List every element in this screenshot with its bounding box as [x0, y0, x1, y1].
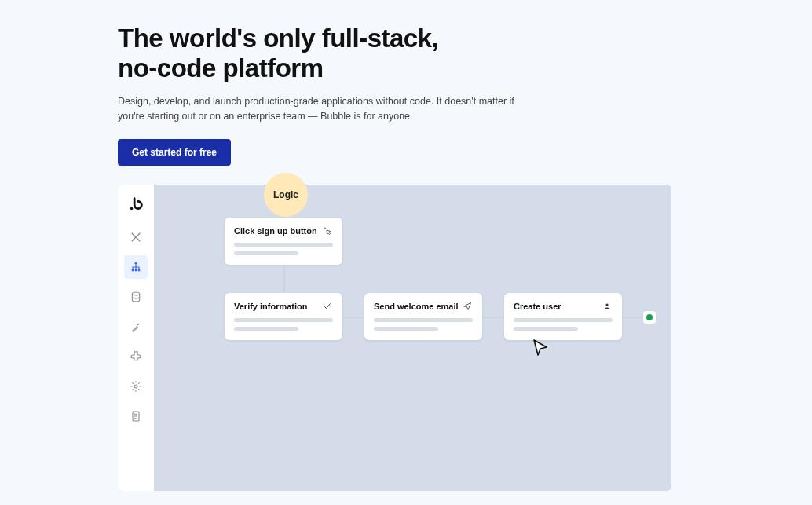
data-icon[interactable] — [124, 285, 148, 309]
svg-point-6 — [134, 385, 137, 388]
node-label: Verify information — [234, 302, 308, 311]
node-label: Create user — [514, 302, 561, 311]
editor-sidebar — [118, 185, 154, 491]
pointer-cursor-icon — [531, 338, 550, 357]
editor-canvas: Logic Click sign up button Verify inform… — [154, 185, 671, 491]
design-icon[interactable] — [124, 225, 148, 249]
check-icon — [322, 301, 333, 312]
headline-line-2: no-code platform — [118, 53, 324, 82]
node-label: Send welcome email — [374, 302, 459, 311]
subheadline: Design, develop, and launch production-g… — [118, 94, 526, 125]
workflow-node[interactable]: Verify information — [225, 293, 342, 340]
connector — [622, 317, 642, 318]
workflow-node[interactable]: Click sign up button — [225, 218, 342, 265]
end-node[interactable] — [642, 310, 657, 324]
workflow-node[interactable]: Create user — [504, 293, 622, 340]
send-icon — [462, 301, 473, 312]
svg-point-0 — [130, 207, 134, 210]
user-icon — [602, 301, 613, 312]
svg-point-4 — [138, 269, 141, 271]
svg-point-3 — [135, 269, 137, 271]
workflow-icon[interactable] — [124, 255, 148, 279]
node-label: Click sign up button — [234, 226, 317, 236]
success-dot-icon — [646, 314, 653, 320]
headline: The world's only full-stack, no-code pla… — [118, 24, 694, 83]
get-started-button[interactable]: Get started for free — [118, 139, 231, 166]
headline-line-1: The world's only full-stack, — [118, 24, 438, 53]
bubble-logo — [126, 194, 146, 214]
plugins-icon[interactable] — [124, 345, 148, 368]
connector — [482, 317, 504, 318]
connector — [342, 317, 364, 318]
svg-point-8 — [605, 303, 608, 306]
workflow-node[interactable]: Send welcome email — [364, 293, 482, 340]
logic-chip: Logic — [264, 173, 308, 217]
connector — [283, 263, 285, 295]
styles-icon[interactable] — [124, 315, 148, 338]
logs-icon[interactable] — [124, 404, 148, 428]
editor-mock: Logic Click sign up button Verify inform… — [118, 185, 671, 491]
svg-point-5 — [132, 292, 139, 295]
settings-icon[interactable] — [124, 375, 148, 398]
svg-point-2 — [132, 269, 134, 271]
cursor-click-icon — [322, 225, 333, 236]
svg-point-1 — [135, 262, 137, 264]
